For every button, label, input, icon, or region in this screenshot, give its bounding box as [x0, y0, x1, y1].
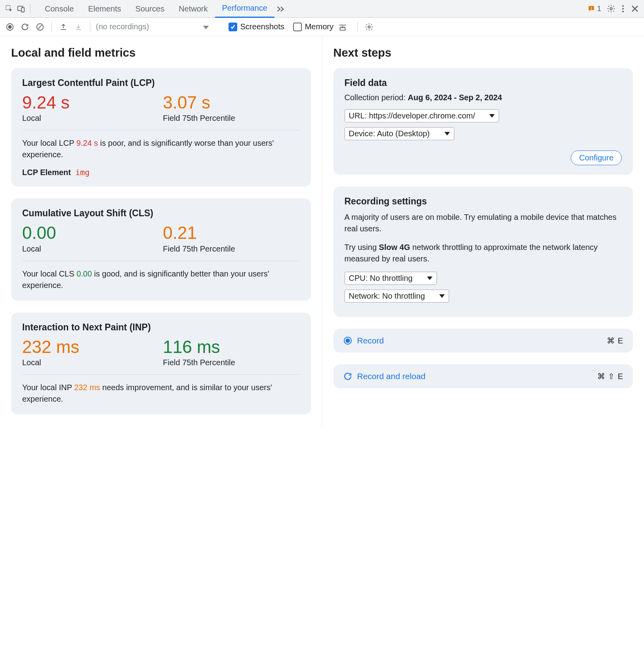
inp-field-label: Field 75th Percentile: [163, 358, 299, 367]
reload-icon[interactable]: [19, 21, 31, 33]
inp-local-value: 232 ms: [22, 337, 159, 357]
cls-field-label: Field 75th Percentile: [163, 244, 299, 254]
inp-field-value: 116 ms: [163, 337, 299, 357]
device-toggle-icon[interactable]: [15, 3, 27, 15]
cls-description: Your local CLS 0.00 is good, and is sign…: [22, 268, 300, 291]
inp-card: Interaction to Next Paint (INP) 232 ms L…: [11, 313, 311, 414]
svg-rect-4: [591, 9, 592, 10]
lcp-local-label: Local: [22, 114, 159, 123]
lcp-local-value: 9.24 s: [22, 93, 159, 112]
metrics-heading: Local and field metrics: [11, 46, 311, 59]
inspect-icon[interactable]: [3, 3, 15, 15]
devtools-tabbar: Console Elements Sources Network Perform…: [0, 0, 644, 18]
svg-point-10: [8, 25, 11, 28]
record-reload-action-card: Record and reload ⌘ ⇧ E: [333, 364, 633, 388]
cpu-select[interactable]: CPU: No throttling: [345, 272, 437, 285]
field-data-card: Field data Collection period: Aug 6, 202…: [333, 68, 633, 175]
svg-rect-12: [340, 27, 345, 30]
issues-badge[interactable]: 1: [587, 4, 601, 13]
performance-toolbar: (no recordings) Screenshots Memory: [0, 18, 644, 36]
record-reload-label: Record and reload: [357, 372, 426, 381]
network-select[interactable]: Network: No throttling: [345, 290, 450, 303]
device-select[interactable]: Device: Auto (Desktop): [345, 127, 454, 140]
screenshots-checkbox[interactable]: Screenshots: [229, 22, 284, 31]
svg-point-15: [346, 339, 349, 343]
svg-rect-2: [21, 8, 24, 12]
url-select[interactable]: URL: https://developer.chrome.com/: [345, 109, 499, 122]
svg-point-8: [622, 11, 624, 12]
lcp-field-value: 3.07 s: [163, 93, 299, 112]
lcp-field-label: Field 75th Percentile: [163, 114, 299, 123]
tab-sources[interactable]: Sources: [128, 0, 171, 17]
divider: [90, 22, 90, 32]
inp-local-label: Local: [22, 358, 159, 367]
configure-button[interactable]: Configure: [571, 151, 622, 165]
close-icon[interactable]: [629, 3, 641, 15]
divider: [51, 22, 52, 32]
record-icon[interactable]: [4, 21, 16, 33]
record-shortcut: ⌘ E: [607, 336, 623, 345]
divider: [30, 4, 30, 14]
issues-count: 1: [597, 4, 601, 13]
tab-network[interactable]: Network: [171, 0, 215, 17]
divider: [357, 22, 358, 32]
lcp-description: Your local LCP 9.24 s is poor, and is si…: [22, 137, 300, 160]
record-button[interactable]: Record: [343, 336, 384, 345]
recording-settings-card: Recording settings A majority of users a…: [333, 187, 633, 317]
next-steps-column: Next steps Field data Collection period:…: [322, 36, 644, 426]
cls-local-label: Local: [22, 244, 159, 254]
record-reload-shortcut: ⌘ ⇧ E: [597, 372, 623, 381]
svg-point-7: [622, 8, 624, 10]
recording-p1: A majority of users are on mobile. Try e…: [345, 212, 622, 234]
lcp-element-row[interactable]: LCP Element img: [22, 168, 300, 177]
upload-icon[interactable]: [57, 21, 69, 33]
record-reload-button[interactable]: Record and reload: [343, 372, 426, 381]
field-data-title: Field data: [345, 78, 622, 88]
more-tabs-icon[interactable]: [274, 3, 286, 15]
kebab-icon[interactable]: [617, 3, 629, 15]
garbage-collect-icon[interactable]: [337, 21, 349, 33]
cls-title: Cumulative Layout Shift (CLS): [22, 208, 300, 219]
recording-settings-title: Recording settings: [345, 196, 622, 207]
svg-rect-3: [591, 7, 592, 9]
svg-point-6: [622, 5, 624, 7]
inp-description: Your local INP 232 ms needs improvement,…: [22, 382, 300, 405]
svg-point-5: [610, 8, 612, 10]
screenshots-label: Screenshots: [240, 22, 284, 31]
cls-field-value: 0.21: [163, 223, 299, 242]
recordings-dropdown-label: (no recordings): [96, 22, 149, 31]
memory-label: Memory: [305, 22, 333, 31]
clear-icon[interactable]: [34, 21, 46, 33]
inp-title: Interaction to Next Paint (INP): [22, 322, 300, 333]
tab-console[interactable]: Console: [38, 0, 81, 17]
recordings-dropdown-caret[interactable]: [203, 23, 209, 31]
panel-settings-icon[interactable]: [363, 21, 375, 33]
metrics-column: Local and field metrics Largest Contentf…: [0, 36, 322, 426]
gear-icon[interactable]: [605, 3, 617, 15]
collection-period: Collection period: Aug 6, 2024 - Sep 2, …: [345, 93, 622, 102]
record-label: Record: [357, 336, 384, 345]
tab-elements[interactable]: Elements: [81, 0, 128, 17]
cls-card: Cumulative Layout Shift (CLS) 0.00 Local…: [11, 198, 311, 300]
svg-point-13: [368, 26, 370, 28]
recording-p2: Try using Slow 4G network throttling to …: [345, 242, 622, 265]
record-action-card: Record ⌘ E: [333, 329, 633, 353]
download-icon[interactable]: [72, 21, 84, 33]
next-steps-heading: Next steps: [333, 46, 633, 59]
tab-performance[interactable]: Performance: [215, 0, 275, 18]
lcp-title: Largest Contentful Paint (LCP): [22, 78, 300, 88]
lcp-card: Largest Contentful Paint (LCP) 9.24 s Lo…: [11, 68, 311, 187]
cls-local-value: 0.00: [22, 223, 159, 242]
memory-checkbox[interactable]: Memory: [293, 22, 333, 31]
